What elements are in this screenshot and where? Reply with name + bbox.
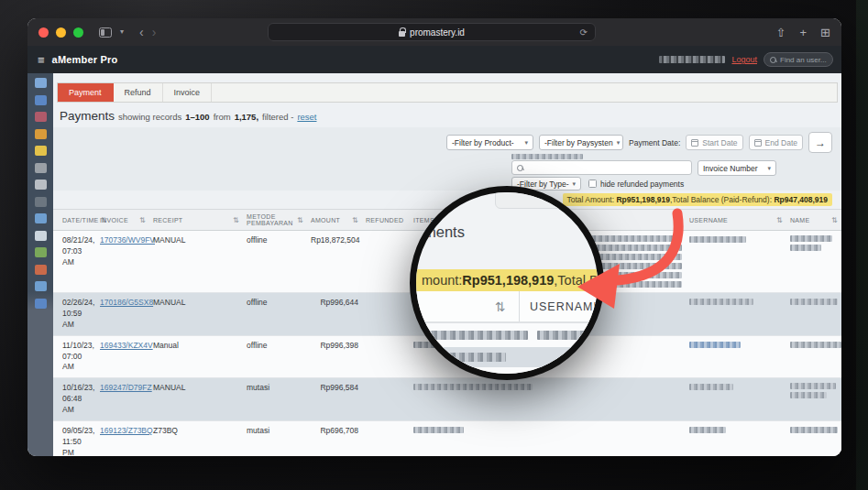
col-date-time[interactable]: DATE/TIME⇅ xyxy=(53,210,96,230)
magnified-username-header: USERNAME xyxy=(530,300,602,313)
find-user-placeholder: Find an user... xyxy=(780,56,827,64)
tab-overview-icon[interactable]: ⊞ xyxy=(820,26,830,39)
sort-icon[interactable]: ⇅ xyxy=(352,216,358,224)
url-text: promastery.id xyxy=(410,27,465,38)
redacted-username xyxy=(689,342,741,348)
filter-paysystem-select[interactable]: -Filter by Paysysten ▾ xyxy=(539,135,623,150)
sidebar-toggle-icon[interactable] xyxy=(99,27,112,38)
sort-icon[interactable]: ⇅ xyxy=(233,216,239,224)
redacted-name xyxy=(790,383,838,398)
table-row: 09/05/23,11:50 PM 169123/Z73BQ Z73BQ mut… xyxy=(53,421,841,456)
redacted-username xyxy=(689,236,746,243)
addons-icon[interactable] xyxy=(35,265,47,275)
lock-icon xyxy=(399,31,405,37)
products-icon[interactable] xyxy=(35,129,47,139)
redacted-name xyxy=(790,235,838,251)
affiliates-icon[interactable] xyxy=(35,197,47,207)
summary-from: from xyxy=(214,112,231,122)
col-username[interactable]: USERNAME⇅ xyxy=(686,210,786,230)
col-metode[interactable]: METODE PEMBAYARAN⇅ xyxy=(243,210,307,230)
chevron-down-icon: ▾ xyxy=(767,165,771,172)
chevron-down-icon: ▾ xyxy=(617,139,621,147)
back-icon[interactable]: ‹ xyxy=(139,26,144,38)
helpdesk-icon[interactable] xyxy=(35,247,47,257)
calendar-icon xyxy=(691,139,698,147)
sort-icon[interactable]: ⇅ xyxy=(776,216,783,224)
col-name[interactable]: NAME⇅ xyxy=(786,210,841,230)
traffic-lights xyxy=(38,27,83,38)
end-date-input[interactable]: End Date xyxy=(749,135,803,150)
tab-refund[interactable]: Refund xyxy=(114,83,163,102)
total-amount-value: Rp951,198,919 xyxy=(616,195,670,204)
logout-link[interactable]: Logout xyxy=(731,55,757,64)
invoice-link[interactable]: 169123/Z73BQ xyxy=(100,426,153,435)
search-input[interactable] xyxy=(511,160,692,175)
col-refunded[interactable]: REFUNDED xyxy=(362,210,410,230)
reset-link[interactable]: reset xyxy=(297,112,316,122)
app-title: aMember Pro xyxy=(52,54,118,65)
magnified-table-header: ⇅ USERNAME xyxy=(412,291,601,323)
records-range: 1–100 xyxy=(185,112,209,122)
magnifier-overlay: ments mount: Rp951,198,919,Total Ba ⇅ US… xyxy=(410,186,604,380)
invoice-link[interactable]: 169247/D79FZ xyxy=(100,383,152,392)
menu-icon[interactable]: ≡ xyxy=(38,53,45,67)
hide-refunded-label: hide refunded payments xyxy=(600,180,684,189)
content-icon[interactable] xyxy=(35,231,47,241)
start-date-input[interactable]: Start Date xyxy=(686,135,742,150)
cart-icon[interactable] xyxy=(35,180,47,190)
minimize-window-icon[interactable] xyxy=(56,27,66,38)
sort-icon[interactable]: ⇅ xyxy=(831,216,838,224)
hide-refunded-checkbox[interactable] xyxy=(588,180,597,188)
redacted-filter-text xyxy=(511,154,583,159)
users-icon[interactable] xyxy=(35,95,47,105)
invoice-link[interactable]: 170186/G5SX8 xyxy=(100,298,153,307)
design-icon[interactable] xyxy=(35,213,47,223)
configuration-icon[interactable] xyxy=(35,163,47,173)
forward-icon[interactable]: › xyxy=(152,26,157,38)
search-icon xyxy=(517,165,523,171)
system-icon[interactable] xyxy=(35,299,47,309)
filter-product-select[interactable]: -Filter by Product- ▾ xyxy=(446,135,533,150)
invoice-link[interactable]: 169433/KZX4V xyxy=(100,341,153,350)
invoice-link[interactable]: 170736/WV9FV xyxy=(100,235,155,245)
redacted-name xyxy=(790,299,838,305)
app-header: ≡ aMember Pro Logout Find an user... xyxy=(27,46,841,73)
tab-invoice[interactable]: Invoice xyxy=(163,83,213,102)
redacted-username xyxy=(689,299,753,305)
invoice-number-select[interactable]: Invoice Number ▾ xyxy=(698,160,776,176)
reports-icon[interactable] xyxy=(35,112,47,122)
col-invoice[interactable]: INVOICE⇅ xyxy=(96,210,149,230)
col-amount[interactable]: AMOUNT⇅ xyxy=(307,210,362,230)
redacted-name xyxy=(790,427,838,433)
chevron-down-icon[interactable]: ▾ xyxy=(120,28,124,36)
apply-filter-button[interactable]: → xyxy=(808,132,832,153)
sort-icon: ⇅ xyxy=(495,299,506,314)
sort-icon[interactable]: ⇅ xyxy=(297,216,303,224)
protection-icon[interactable] xyxy=(35,146,47,156)
page-title: Payments xyxy=(60,109,115,123)
tab-payment[interactable]: Payment xyxy=(58,83,114,102)
records-total: 1,175, xyxy=(235,112,258,122)
dashboard-icon[interactable] xyxy=(35,78,47,88)
reload-icon[interactable]: ⟳ xyxy=(580,27,588,38)
magnified-payments-fragment: ments xyxy=(423,223,465,241)
chevron-down-icon: ▾ xyxy=(525,139,529,147)
summary-filtered: filtered - xyxy=(262,112,293,122)
share-icon[interactable]: ⇧ xyxy=(776,26,786,39)
col-receipt[interactable]: RECEIPT⇅ xyxy=(149,210,243,230)
redacted-name xyxy=(790,342,841,348)
zoom-window-icon[interactable] xyxy=(73,27,83,38)
utilities-icon[interactable] xyxy=(35,281,47,291)
new-tab-icon[interactable]: + xyxy=(800,26,808,39)
sort-icon[interactable]: ⇅ xyxy=(139,216,146,224)
filter-panel: -Filter by Product- ▾ -Filter by Paysyst… xyxy=(53,127,841,191)
summary-text: showing records xyxy=(118,112,181,122)
sort-icon[interactable]: ⇅ xyxy=(676,216,682,224)
browser-chrome: ▾ ‹ › promastery.id ⟳ ⇧ + ⊞ xyxy=(27,18,841,46)
redacted-username xyxy=(689,384,733,390)
chevron-down-icon: ▾ xyxy=(573,180,577,188)
close-window-icon[interactable] xyxy=(38,27,49,38)
find-user-input[interactable]: Find an user... xyxy=(764,52,833,67)
table-row: 10/16/23,06:48 AM 169247/D79FZ MANUAL mu… xyxy=(53,378,841,421)
address-bar[interactable]: promastery.id ⟳ xyxy=(268,23,596,41)
